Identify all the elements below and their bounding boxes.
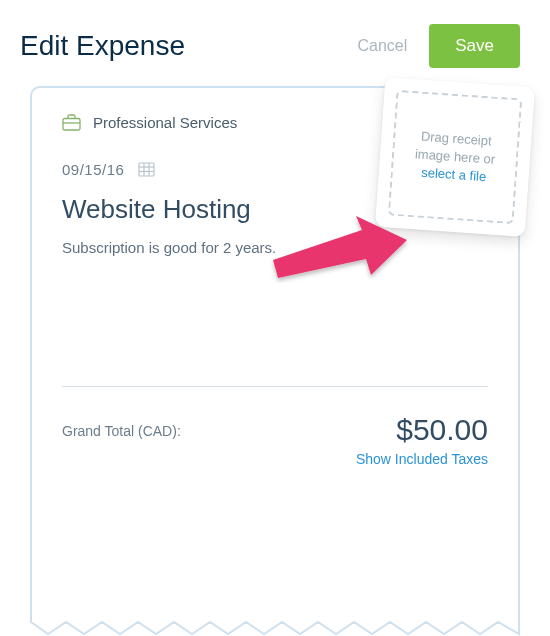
grand-total-amount: $50.00 (356, 413, 488, 447)
briefcase-icon (62, 114, 81, 131)
receipt-zigzag-edge (30, 616, 520, 636)
save-button[interactable]: Save (429, 24, 520, 68)
cancel-button[interactable]: Cancel (357, 37, 407, 55)
date-value: 09/15/16 (62, 161, 124, 178)
expense-card: Professional Services 09/15/16 Website H… (30, 86, 520, 616)
svg-rect-0 (63, 119, 80, 131)
expense-description[interactable]: Subscription is good for 2 years. (62, 239, 488, 256)
header: Edit Expense Cancel Save (0, 0, 550, 86)
total-right: $50.00 Show Included Taxes (356, 413, 488, 467)
receipt-drop-zone[interactable]: Drag receipt image here or select a file (375, 77, 535, 237)
divider (62, 386, 488, 387)
totals-row: Grand Total (CAD): $50.00 Show Included … (62, 413, 488, 467)
page-title: Edit Expense (20, 30, 185, 62)
category-label: Professional Services (93, 114, 237, 131)
grand-total-label: Grand Total (CAD): (62, 413, 181, 439)
receipt-drop-inner: Drag receipt image here or select a file (388, 90, 522, 224)
calendar-icon (138, 162, 155, 177)
svg-rect-2 (139, 163, 154, 176)
show-taxes-link[interactable]: Show Included Taxes (356, 451, 488, 467)
header-actions: Cancel Save (357, 24, 520, 68)
select-file-link[interactable]: select a file (421, 164, 487, 187)
